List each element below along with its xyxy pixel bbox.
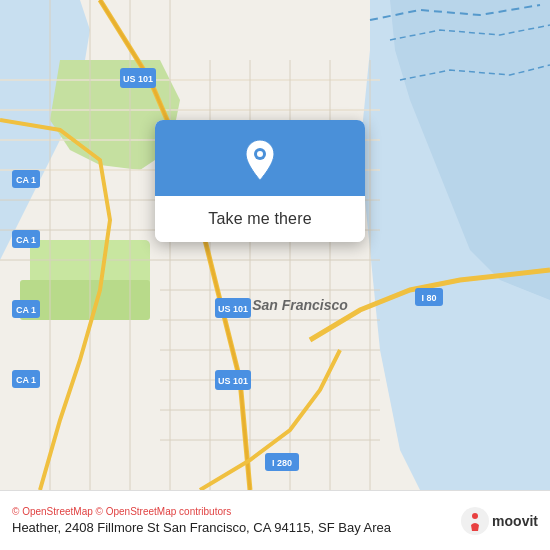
moovit-icon <box>461 507 489 535</box>
svg-text:CA 1: CA 1 <box>16 375 36 385</box>
svg-text:US 101: US 101 <box>123 74 153 84</box>
svg-text:CA 1: CA 1 <box>16 305 36 315</box>
osm-credit: © OpenStreetMap © OpenStreetMap contribu… <box>12 506 538 517</box>
svg-rect-49 <box>472 525 478 530</box>
osm-copyright: © <box>12 506 19 517</box>
svg-text:San Francisco: San Francisco <box>252 297 348 313</box>
popup-pin-area <box>155 120 365 196</box>
svg-text:I 280: I 280 <box>272 458 292 468</box>
svg-point-46 <box>257 151 263 157</box>
svg-point-48 <box>472 513 478 519</box>
take-me-there-button[interactable]: Take me there <box>155 196 365 242</box>
moovit-text: moovit <box>492 513 538 529</box>
moovit-logo: moovit <box>461 507 538 535</box>
location-pin-icon <box>242 138 278 182</box>
map-container: US 101 CA 1 CA 1 CA 1 CA 1 US 101 US 101… <box>0 0 550 490</box>
map-background: US 101 CA 1 CA 1 CA 1 CA 1 US 101 US 101… <box>0 0 550 490</box>
osm-link[interactable]: OpenStreetMap <box>22 506 93 517</box>
svg-text:I 80: I 80 <box>421 293 436 303</box>
popup-card: Take me there <box>155 120 365 242</box>
bottom-bar: © OpenStreetMap © OpenStreetMap contribu… <box>0 490 550 550</box>
svg-text:CA 1: CA 1 <box>16 235 36 245</box>
osm-contributors: © OpenStreetMap contributors <box>96 506 232 517</box>
svg-text:US 101: US 101 <box>218 304 248 314</box>
svg-text:CA 1: CA 1 <box>16 175 36 185</box>
svg-text:US 101: US 101 <box>218 376 248 386</box>
location-text: Heather, 2408 Fillmore St San Francisco,… <box>12 520 314 535</box>
region-text: SF Bay Area <box>318 520 391 535</box>
